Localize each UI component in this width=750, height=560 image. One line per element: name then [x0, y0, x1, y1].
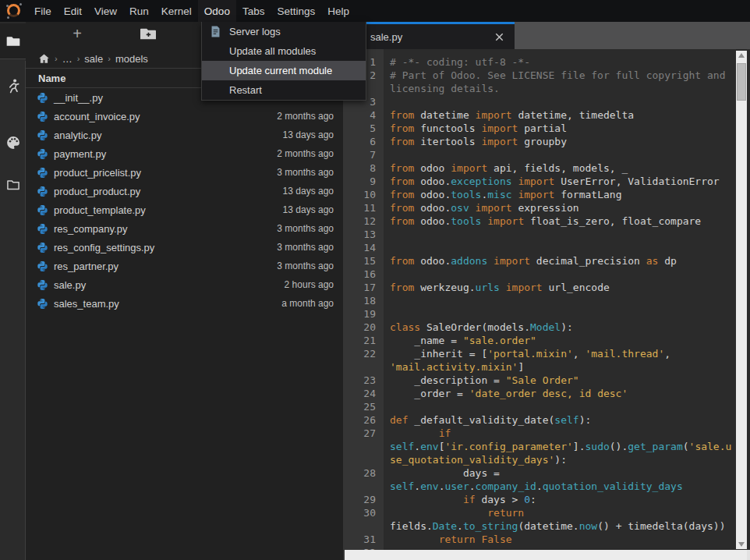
code-text	[390, 241, 732, 254]
line-number: 14	[343, 241, 384, 254]
line-number: 7	[343, 148, 384, 161]
code-text: return fields.Date.to_string(datetime.no…	[390, 506, 732, 533]
code-text: return False	[390, 533, 732, 546]
menu-edit[interactable]: Edit	[58, 0, 88, 22]
name-column-header: Name	[26, 73, 65, 84]
python-icon	[37, 186, 48, 197]
menu-items: FileEditViewRunKernelOdooTabsSettingsHel…	[28, 0, 356, 22]
home-icon[interactable]	[38, 53, 50, 64]
activity-bar	[0, 22, 26, 560]
menu-settings[interactable]: Settings	[271, 0, 321, 22]
code-line-14: 14	[343, 241, 732, 254]
line-number: 28	[343, 466, 384, 493]
code-text: _name = "sale.order"	[390, 334, 732, 347]
code-text	[390, 148, 732, 161]
logo-ring	[7, 4, 20, 17]
code-line-1: 1# -*- coding: utf-8 -*-	[343, 55, 732, 69]
running-man-icon	[5, 78, 21, 95]
line-number: 4	[343, 108, 384, 122]
line-number: 31	[343, 533, 384, 546]
close-icon[interactable]	[494, 31, 505, 43]
palette-icon	[5, 135, 21, 151]
new-folder-icon	[140, 26, 157, 41]
vertical-scrollbar-thumb[interactable]	[737, 63, 746, 101]
code-text	[390, 95, 732, 108]
file-modified: 3 months ago	[277, 261, 334, 271]
file-modified: 2 months ago	[277, 111, 334, 122]
file-row-account_invoice.py[interactable]: account_invoice.py2 months ago	[26, 107, 343, 126]
file-row-res_company.py[interactable]: res_company.py3 months ago	[26, 219, 343, 238]
file-modified: a month ago	[281, 298, 334, 309]
sidebar-tab-running[interactable]	[0, 69, 26, 105]
code-text: from odoo.addons import decimal_precisio…	[390, 254, 732, 268]
sidebar-tab-files[interactable]	[0, 23, 26, 59]
python-icon	[37, 167, 48, 179]
menu-tabs[interactable]: Tabs	[236, 0, 271, 22]
file-row-product_product.py[interactable]: product_product.py13 days ago	[26, 182, 343, 200]
file-row-sales_team.py[interactable]: sales_team.pya month ago	[26, 294, 343, 313]
new-launcher-button[interactable]: +	[69, 23, 85, 44]
menu-file[interactable]: File	[28, 0, 58, 22]
tab-sale-py[interactable]: sale.py	[343, 22, 515, 49]
line-number: 11	[343, 201, 384, 214]
code-text: _inherit = ['portal.mixin', 'mail.thread…	[390, 347, 732, 374]
file-row-payment.py[interactable]: payment.py2 months ago	[26, 144, 343, 163]
code-text: def _default_validity_date(self):	[390, 413, 732, 427]
file-row-analytic.py[interactable]: analytic.py13 days ago	[26, 126, 343, 144]
file-row-product_template.py[interactable]: product_template.py13 days ago	[26, 200, 343, 219]
file-name: sales_team.py	[54, 298, 119, 310]
code-line-15: 15from odoo.addons import decimal_precis…	[343, 254, 732, 268]
file-modified: 2 months ago	[277, 148, 334, 159]
line-number: 9	[343, 175, 384, 188]
file-row-res_config_settings.py[interactable]: res_config_settings.py3 months ago	[26, 238, 343, 257]
menu-kernel[interactable]: Kernel	[155, 0, 198, 22]
python-icon	[37, 223, 48, 235]
code-text: # Part of Odoo. See LICENSE file for ful…	[390, 69, 732, 95]
sidebar-tab-open-tabs[interactable]	[0, 167, 26, 203]
code-text	[390, 268, 732, 281]
code-text: from datetime import datetime, timedelta	[390, 108, 732, 122]
code-editor[interactable]: 1# -*- coding: utf-8 -*-2# Part of Odoo.…	[343, 49, 750, 560]
code-line-24: 24 _order = 'date_order desc, id desc'	[343, 387, 732, 400]
menu-item-update-all-modules[interactable]: Update all modules	[202, 41, 366, 61]
menu-item-update-current-module[interactable]: Update current module	[202, 61, 366, 80]
file-row-res_partner.py[interactable]: res_partner.py3 months ago	[26, 257, 343, 275]
code-line-6: 6from itertools import groupby	[343, 135, 732, 148]
breadcrumb-ellipsis[interactable]: …	[62, 53, 73, 65]
breadcrumb-item-sale[interactable]: sale	[84, 53, 103, 65]
python-icon	[37, 298, 48, 310]
file-name: product_product.py	[54, 186, 140, 197]
breadcrumb-item-models[interactable]: models	[115, 53, 148, 65]
menu-item-restart[interactable]: Restart	[202, 80, 366, 100]
code-line-7: 7	[343, 148, 732, 161]
scroll-up-arrow[interactable]	[738, 53, 745, 58]
menu-view[interactable]: View	[88, 0, 123, 22]
file-list: __init__.pyaccount_invoice.py2 months ag…	[26, 88, 343, 313]
menu-item-server-logs[interactable]: Server logs	[202, 22, 366, 41]
horizontal-scrollbar[interactable]	[345, 550, 750, 560]
file-row-sale.py[interactable]: sale.py2 hours ago	[26, 275, 343, 294]
menu-help[interactable]: Help	[321, 0, 356, 22]
code-line-2: 2# Part of Odoo. See LICENSE file for fu…	[343, 69, 732, 95]
new-folder-button[interactable]	[140, 26, 157, 41]
code-text	[390, 307, 732, 321]
file-modified: 13 days ago	[283, 204, 334, 215]
menu-run[interactable]: Run	[123, 0, 155, 22]
vertical-scrollbar[interactable]	[736, 51, 747, 549]
file-name: payment.py	[54, 148, 106, 160]
file-row-product_pricelist.py[interactable]: product_pricelist.py3 months ago	[26, 163, 343, 182]
file-modified: 3 months ago	[277, 167, 334, 178]
line-number: 5	[343, 122, 384, 135]
line-number: 23	[343, 374, 384, 387]
sidebar-tab-commands[interactable]	[0, 125, 26, 161]
open-tabs-icon	[5, 177, 21, 193]
menu-odoo[interactable]: Odoo	[198, 0, 236, 22]
file-name: res_config_settings.py	[54, 242, 154, 253]
scroll-down-arrow[interactable]	[738, 542, 745, 547]
code-text: # -*- coding: utf-8 -*-	[390, 55, 732, 69]
code-line-13: 13	[343, 228, 732, 241]
code-line-5: 5from functools import partial	[343, 122, 732, 135]
folder-icon	[5, 34, 21, 49]
breadcrumb: › … › sale › models	[38, 50, 148, 67]
code-text: from itertools import groupby	[390, 135, 732, 148]
